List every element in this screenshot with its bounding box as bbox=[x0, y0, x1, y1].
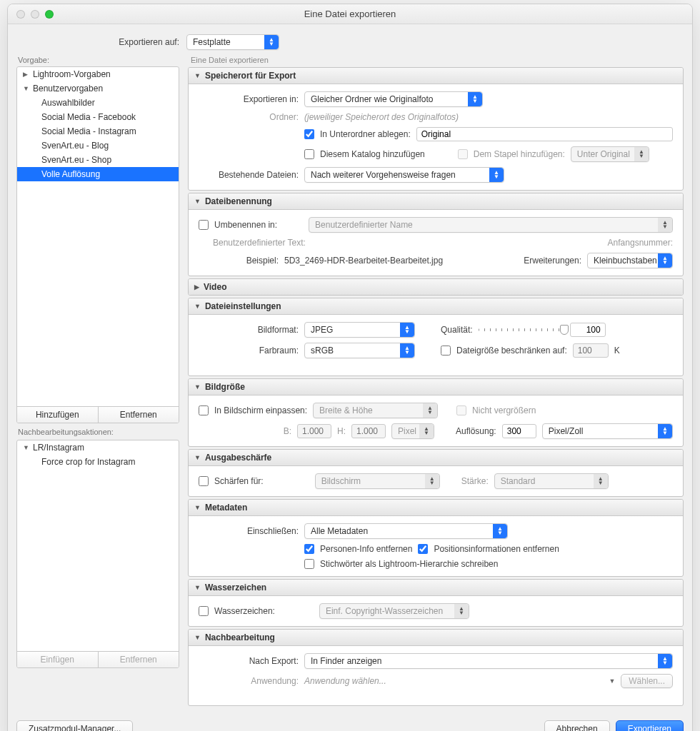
cancel-button[interactable]: Abbrechen bbox=[544, 720, 610, 731]
remove-location-checkbox[interactable] bbox=[418, 544, 428, 554]
preset-item-selected[interactable]: Volle Auflösung bbox=[17, 167, 179, 181]
example-label: Beispiel: bbox=[199, 256, 279, 266]
section-watermark: ▼ Wasserzeichen Wasserzeichen: Einf. Cop… bbox=[188, 579, 684, 627]
folder-hint: (jeweiliger Speicherort des Originalfoto… bbox=[304, 112, 459, 122]
section-metadata: ▼ Metadaten Einschließen: Alle Metadaten… bbox=[188, 499, 684, 577]
height-input bbox=[351, 424, 386, 438]
post-action-item[interactable]: Force crop for Instagram bbox=[17, 455, 179, 469]
chevron-down-icon[interactable]: ▼ bbox=[609, 677, 615, 685]
disclosure-down-icon: ▼ bbox=[194, 383, 201, 390]
rename-label: Umbenennen in: bbox=[214, 220, 277, 230]
preset-item[interactable]: SvenArt.eu - Shop bbox=[17, 153, 179, 167]
title-bar: Eine Datei exportieren bbox=[8, 4, 692, 24]
dropdown-arrows-icon: ▲▼ bbox=[468, 92, 482, 106]
dropdown-arrows-icon: ▲▼ bbox=[489, 168, 504, 182]
disclosure-down-icon: ▼ bbox=[194, 504, 201, 511]
preset-group-lightroom[interactable]: ▶Lightroom-Vorgaben bbox=[17, 67, 179, 81]
section-header-image-sizing[interactable]: ▼ Bildgröße bbox=[189, 379, 683, 395]
section-header-file-settings[interactable]: ▼ Dateieinstellungen bbox=[189, 298, 683, 315]
section-file-naming: ▼ Dateibenennung Umbenennen in: Benutzer… bbox=[188, 193, 684, 276]
preset-add-button[interactable]: Hinzufügen bbox=[17, 407, 99, 423]
preset-remove-button[interactable]: Entfernen bbox=[99, 407, 179, 423]
post-actions-label: Nachbearbeitungsaktionen: bbox=[18, 428, 179, 436]
section-header-watermark[interactable]: ▼ Wasserzeichen bbox=[189, 580, 683, 596]
stack-position-select: Unter Original ▲▼ bbox=[571, 146, 649, 162]
sharpen-checkbox[interactable] bbox=[199, 476, 209, 486]
section-header-file-naming[interactable]: ▼ Dateibenennung bbox=[189, 193, 683, 210]
watermark-label: Wasserzeichen: bbox=[214, 606, 275, 616]
dropdown-arrows-icon: ▲▼ bbox=[634, 147, 649, 161]
close-window-icon[interactable] bbox=[16, 10, 25, 19]
format-select[interactable]: JPEG ▲▼ bbox=[304, 322, 415, 338]
quality-input[interactable] bbox=[570, 323, 606, 337]
export-to-select[interactable]: Festplatte ▲▼ bbox=[186, 34, 279, 50]
existing-files-label: Bestehende Dateien: bbox=[199, 170, 299, 180]
preset-item[interactable]: Social Media - Facebook bbox=[17, 110, 179, 124]
section-export-location: ▼ Speicherort für Export Exportieren in:… bbox=[188, 67, 684, 191]
disclosure-right-icon: ▶ bbox=[194, 283, 199, 291]
existing-files-select[interactable]: Nach weiterer Vorgehensweise fragen ▲▼ bbox=[304, 167, 504, 183]
preset-group-user[interactable]: ▼Benutzervorgaben bbox=[17, 81, 179, 96]
post-action-group[interactable]: ▼LR/Instagram bbox=[17, 440, 179, 455]
post-actions-listbox[interactable]: ▼LR/Instagram Force crop for Instagram E… bbox=[16, 440, 179, 668]
watermark-checkbox[interactable] bbox=[199, 606, 209, 616]
disclosure-down-icon: ▼ bbox=[23, 85, 30, 92]
colorspace-select[interactable]: sRGB ▲▼ bbox=[304, 343, 415, 358]
slider-thumb-icon[interactable] bbox=[560, 325, 569, 335]
dropdown-arrows-icon: ▲▼ bbox=[454, 604, 469, 618]
watermark-select: Einf. Copyright-Wasserzeichen ▲▼ bbox=[319, 603, 469, 619]
disclosure-down-icon: ▼ bbox=[23, 444, 30, 451]
quality-slider[interactable] bbox=[479, 328, 564, 331]
subfolder-input[interactable] bbox=[416, 127, 673, 141]
extensions-label: Erweiterungen: bbox=[524, 256, 581, 266]
subfolder-checkbox[interactable] bbox=[304, 129, 314, 139]
minimize-window-icon[interactable] bbox=[31, 10, 39, 19]
preset-item[interactable]: Auswahlbilder bbox=[17, 96, 179, 110]
section-file-settings: ▼ Dateieinstellungen Bildformat: JPEG ▲▼… bbox=[188, 298, 684, 376]
sharpen-amount-select: Standard ▲▼ bbox=[494, 473, 609, 489]
quality-label: Qualität: bbox=[441, 325, 473, 335]
width-label: B: bbox=[199, 426, 291, 436]
after-export-select[interactable]: In Finder anzeigen ▲▼ bbox=[304, 653, 673, 669]
section-header-post-processing[interactable]: ▼ Nachbearbeitung bbox=[189, 630, 683, 646]
no-enlarge-checkbox bbox=[456, 405, 466, 415]
limit-size-checkbox[interactable] bbox=[441, 346, 451, 356]
section-header-metadata[interactable]: ▼ Metadaten bbox=[189, 500, 683, 516]
add-stack-checkbox bbox=[458, 149, 468, 159]
start-number-label: Anfangsnummer: bbox=[608, 238, 673, 248]
disclosure-down-icon: ▼ bbox=[194, 584, 201, 591]
section-header-video[interactable]: ▶ Video bbox=[189, 279, 683, 295]
section-header-export-location[interactable]: ▼ Speicherort für Export bbox=[189, 68, 683, 84]
choose-application-button[interactable]: Wählen... bbox=[621, 674, 673, 688]
add-catalog-label: Diesem Katalog hinzufügen bbox=[320, 149, 425, 159]
export-in-select[interactable]: Gleicher Ordner wie Originalfoto ▲▼ bbox=[304, 91, 483, 107]
extensions-select[interactable]: Kleinbuchstaben ▲▼ bbox=[587, 253, 673, 268]
resolution-unit-select[interactable]: Pixel/Zoll ▲▼ bbox=[542, 423, 673, 439]
resolution-input[interactable] bbox=[502, 424, 536, 438]
add-catalog-checkbox[interactable] bbox=[304, 149, 314, 159]
dropdown-arrows-icon: ▲▼ bbox=[658, 654, 672, 668]
include-select[interactable]: Alle Metadaten ▲▼ bbox=[304, 523, 508, 539]
preset-listbox[interactable]: ▶Lightroom-Vorgaben ▼Benutzervorgaben Au… bbox=[16, 66, 179, 423]
rename-checkbox[interactable] bbox=[199, 220, 209, 230]
no-enlarge-label: Nicht vergrößern bbox=[472, 405, 536, 415]
keyword-hierarchy-label: Stichwörter als Lightroom-Hierarchie sch… bbox=[320, 559, 498, 569]
section-output-sharpening: ▼ Ausgabeschärfe Schärfen für: Bildschir… bbox=[188, 449, 684, 497]
preset-item[interactable]: Social Media - Instagram bbox=[17, 124, 179, 138]
remove-person-checkbox[interactable] bbox=[304, 544, 314, 554]
plugin-manager-button[interactable]: Zusatzmodul-Manager... bbox=[16, 720, 133, 731]
section-image-sizing: ▼ Bildgröße In Bildschirm einpassen: Bre… bbox=[188, 378, 684, 447]
sharpen-label: Schärfen für: bbox=[214, 476, 264, 486]
window-title: Eine Datei exportieren bbox=[8, 9, 692, 19]
preset-item[interactable]: SvenArt.eu - Blog bbox=[17, 138, 179, 153]
add-stack-label: Dem Stapel hinzufügen: bbox=[474, 149, 565, 159]
dropdown-arrows-icon: ▲▼ bbox=[419, 424, 434, 438]
zoom-window-icon[interactable] bbox=[45, 10, 54, 19]
dropdown-arrows-icon: ▲▼ bbox=[493, 524, 507, 538]
keyword-hierarchy-checkbox[interactable] bbox=[304, 559, 314, 569]
folder-label: Ordner: bbox=[199, 112, 299, 122]
fit-checkbox[interactable] bbox=[199, 405, 209, 415]
main-subheader: Eine Datei exportieren bbox=[191, 56, 684, 64]
export-button[interactable]: Exportieren bbox=[616, 720, 684, 731]
section-header-output-sharpening[interactable]: ▼ Ausgabeschärfe bbox=[189, 450, 683, 466]
